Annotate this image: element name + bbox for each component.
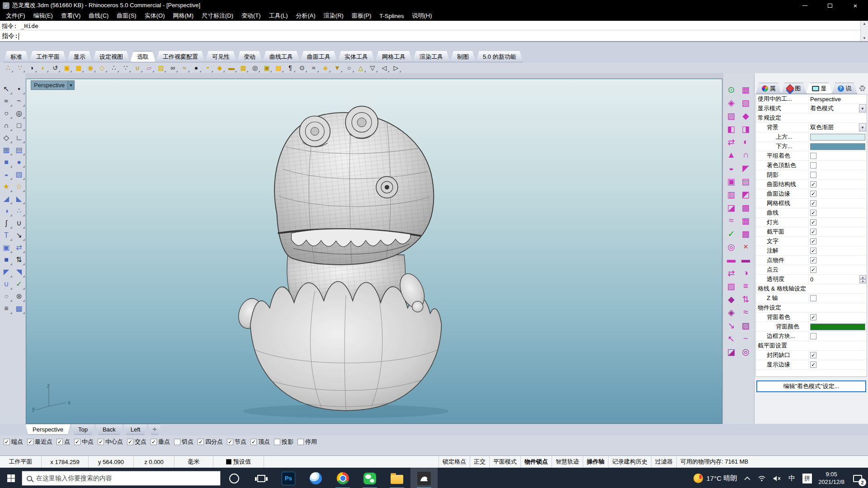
gumball-toggle[interactable]: 操作轴	[583, 456, 609, 468]
weather-widget[interactable]: 17°C 晴朗	[690, 468, 741, 488]
ts-extract-icon[interactable]: ◧	[725, 122, 738, 135]
arc-icon[interactable]: ∩	[1, 120, 12, 131]
osnap-project[interactable]: 投影	[274, 438, 293, 446]
ts-sphere-cage-icon[interactable]: ◆	[739, 109, 753, 122]
setting-著色頂點色-checkbox[interactable]	[810, 162, 816, 169]
circle-icon[interactable]: ○	[1, 108, 12, 119]
ts-pipe-edit-icon[interactable]: ▬	[739, 253, 753, 266]
layers-icon[interactable]: ≡	[1, 303, 12, 314]
rhino-taskbar-button[interactable]	[410, 468, 438, 488]
ts-box-icon[interactable]: ◈	[725, 96, 738, 109]
osnap-vertex[interactable]: 顶点	[250, 438, 270, 446]
osnap-knot[interactable]: 节点	[227, 438, 246, 446]
osnap-center[interactable]: 中心点	[98, 438, 123, 446]
file-menu[interactable]: 文件(F)	[2, 11, 29, 21]
ellipse-icon[interactable]: ◎	[14, 108, 25, 119]
select-surfaces-icon[interactable]: ◆	[214, 63, 225, 73]
setting-透明度-spinner[interactable]: ▲▼	[859, 275, 866, 283]
setting-边框方块--checkbox[interactable]	[810, 333, 816, 339]
panel-tab-help[interactable]: ?说	[832, 83, 857, 94]
scale-icon[interactable]: ↘	[14, 230, 25, 241]
volume-button[interactable]	[769, 468, 785, 488]
tab-mesh-tools[interactable]: 网格工具	[375, 51, 412, 62]
ts-symmetry-icon[interactable]: ◈	[725, 306, 738, 319]
select-points-icon[interactable]: ∴	[3, 63, 14, 73]
ts-weld-icon[interactable]: ◪	[725, 201, 738, 214]
select-circle-icon[interactable]: ◎	[250, 63, 260, 73]
panels-menu[interactable]: 面板(P)	[348, 11, 375, 21]
select-groups-icon[interactable]: ▣	[261, 63, 272, 73]
select-last-icon[interactable]: ◁	[379, 63, 390, 73]
ts-match-icon[interactable]: ≈	[725, 214, 738, 227]
setting-点云-value[interactable]	[808, 265, 867, 274]
lasso-select-icon[interactable]: ∪	[132, 63, 143, 73]
osnap-disable[interactable]: 停用	[297, 438, 317, 446]
select-volume-icon[interactable]: ◇	[97, 63, 108, 73]
tab-select[interactable]: 选取	[130, 51, 156, 62]
arc-blend-icon[interactable]: ∪	[14, 217, 25, 229]
vptab-perspective[interactable]: Perspective	[25, 424, 71, 435]
mirror-icon[interactable]: ⇄	[14, 242, 25, 253]
panel-tab-display[interactable]: 显	[807, 83, 832, 94]
ts-wavy-icon[interactable]: ~	[739, 332, 753, 345]
tab-solid-tools[interactable]: 实体工具	[338, 51, 375, 62]
analyze-menu[interactable]: 分析(A)	[292, 11, 320, 21]
setting-阴影-value[interactable]	[808, 170, 867, 179]
setting-显示边缘-value[interactable]	[808, 360, 867, 369]
polygon-icon[interactable]: ◇	[1, 132, 12, 143]
chrome-taskbar-button[interactable]	[329, 468, 356, 488]
explode-icon[interactable]: ☆	[14, 181, 25, 192]
select-polysurfaces-icon[interactable]: ▦	[73, 63, 84, 73]
undo-selection-icon[interactable]: ↺	[50, 63, 61, 73]
ts-power-toggle-icon[interactable]: ⊙	[725, 83, 738, 96]
ts-simplify-icon[interactable]: ◎	[725, 240, 738, 253]
fillet-corner-icon[interactable]: ∟	[14, 132, 25, 143]
tab-drafting[interactable]: 制图	[450, 51, 476, 62]
osnap-near[interactable]: 最近点	[27, 438, 52, 446]
tab-surface-tools[interactable]: 曲面工具	[300, 51, 337, 62]
select-previous-icon[interactable]: ◐	[38, 63, 49, 73]
setting-文字-checkbox[interactable]	[810, 238, 816, 244]
viewport-menu-chevron-icon[interactable]: ▼	[67, 81, 74, 89]
filter-toggle[interactable]: 过滤器	[651, 456, 677, 468]
tab-curve-tools[interactable]: 曲线工具	[263, 51, 300, 62]
setting-背面颜色-color-swatch[interactable]	[810, 324, 865, 330]
setting-平坦着色-checkbox[interactable]	[810, 153, 816, 159]
photoshop-taskbar-button[interactable]: Ps	[275, 468, 302, 488]
ts-swap-icon[interactable]: ⇄	[725, 136, 738, 148]
clock[interactable]: 9:05 2021/12/8	[816, 471, 847, 486]
ts-flip-icon[interactable]: ◑	[739, 267, 753, 279]
osnap-endpoint-checkbox[interactable]	[4, 439, 10, 445]
solid-box-icon[interactable]: ■	[1, 254, 12, 265]
select-annotations-icon[interactable]: ¶	[285, 63, 296, 73]
lock-object-icon[interactable]: ⊗	[14, 291, 25, 302]
osnap-intersection[interactable]: 交点	[127, 438, 146, 446]
osnap-project-checkbox[interactable]	[274, 439, 280, 445]
rectangle-icon[interactable]: □	[14, 120, 25, 131]
chamfer-icon[interactable]: ◥	[14, 266, 25, 277]
edit-curve-icon[interactable]: ~	[14, 95, 25, 107]
fence-select-icon[interactable]: ▱	[144, 63, 155, 73]
osnap-tangent[interactable]: 切点	[174, 438, 193, 446]
spin-down-icon[interactable]: ▼	[859, 279, 866, 283]
history-toggle[interactable]: 记录建构历史	[609, 456, 651, 468]
blend-curve-icon[interactable]: ∫	[1, 217, 12, 229]
select-points-in-icon[interactable]: ∴	[108, 63, 119, 73]
spin-up-icon[interactable]: ▲	[859, 275, 866, 279]
setting-注解-value[interactable]	[808, 246, 867, 255]
panel-tab-properties[interactable]: 属	[756, 83, 781, 94]
drop-color-icon[interactable]: ◑	[1, 205, 12, 216]
setting-曲面边缘-checkbox[interactable]	[810, 191, 816, 197]
ts-crease-icon[interactable]: ▲	[725, 149, 738, 161]
tsplines-menu[interactable]: T-Splines	[375, 11, 408, 21]
osnap-endpoint[interactable]: 端点	[4, 438, 23, 446]
select-duplicates-icon[interactable]: ▽	[367, 63, 378, 73]
setting-注解-checkbox[interactable]	[810, 248, 816, 254]
wechat-taskbar-button[interactable]	[356, 468, 383, 488]
select-next-icon[interactable]: ▷	[391, 63, 401, 73]
smarttrack-toggle[interactable]: 智慧轨迹	[552, 456, 583, 468]
select-curves-icon[interactable]: ≈	[308, 63, 319, 73]
tab-set-view[interactable]: 设定视图	[93, 51, 130, 62]
ts-arch-icon[interactable]: ∩	[739, 149, 753, 161]
transform-menu[interactable]: 变动(T)	[237, 11, 265, 21]
